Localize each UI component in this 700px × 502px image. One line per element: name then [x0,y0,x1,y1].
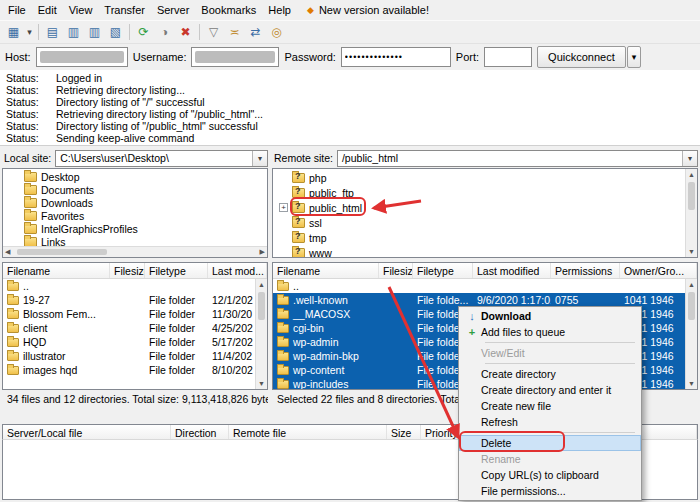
context-menu-create-new-file[interactable]: Create new file [459,398,641,414]
local-path-combo[interactable]: C:\Users\user\Desktop\ ▾ [55,150,268,167]
column-filesize[interactable]: Filesize [379,263,413,278]
local-tree-item[interactable]: Desktop [3,170,267,183]
chevron-down-icon[interactable]: ▾ [252,151,267,166]
remote-tree-item[interactable]: ? php [273,170,697,185]
scrollbar-thumb[interactable] [17,249,107,255]
folder-icon [277,338,289,347]
username-input[interactable] [191,47,279,67]
find-files-icon[interactable]: ◎ [266,22,287,42]
menu-file[interactable]: File [2,1,32,19]
remote-tree-item[interactable]: + ? public_html [273,200,697,215]
scroll-left-icon[interactable]: ◀ [5,248,10,256]
column-last-modified[interactable]: Last mod... [208,263,267,278]
remote-tree-item[interactable]: ? public_ftp [273,185,697,200]
context-menu-file-permissions[interactable]: File permissions... [459,483,641,499]
scroll-up-icon[interactable]: ▲ [688,171,695,178]
local-file-row[interactable]: illustrator File folder 11/4/202 [3,349,267,363]
scrollbar-thumb[interactable] [688,182,695,210]
scroll-right-icon[interactable]: ▶ [260,248,265,256]
local-tree-item[interactable]: Documents [3,183,267,196]
directory-comparison-icon[interactable]: ≍ [224,22,245,42]
log-status-label: Status: [6,132,56,144]
vertical-scrollbar[interactable]: ▲ ▼ [685,279,697,389]
host-input[interactable] [36,47,128,67]
context-menu-refresh[interactable]: Refresh [459,414,641,430]
remote-path-combo[interactable]: /public_html ▾ [337,150,698,167]
remote-tree-item[interactable]: ? www [273,245,697,258]
context-menu-delete[interactable]: Delete [459,435,641,451]
cancel-icon[interactable]: ✖ [175,22,196,42]
column-filename[interactable]: Filename [273,263,379,278]
toggle-remote-tree-icon[interactable]: ▥ [84,22,105,42]
scroll-down-icon[interactable]: ▼ [258,380,265,387]
column-filetype[interactable]: Filetype [145,263,208,278]
menu-help[interactable]: Help [262,1,297,19]
scroll-up-icon[interactable]: ▲ [688,281,695,288]
column-owner-group[interactable]: Owner/Gro... [620,263,697,278]
remote-tree-item[interactable]: ? tmp [273,230,697,245]
scroll-up-icon[interactable]: ▲ [258,281,265,288]
local-file-row[interactable]: HQD File folder 5/17/202 [3,335,267,349]
remote-tree-item[interactable]: ? ssl [273,215,697,230]
context-menu-download[interactable]: ↓ Download [459,308,641,324]
local-file-row[interactable]: client File folder 4/25/202 [3,321,267,335]
column-direction[interactable]: Direction [171,425,229,439]
toggle-message-log-icon[interactable]: ▤ [42,22,63,42]
column-size[interactable]: Size [387,425,421,439]
local-file-row[interactable]: .. [3,279,267,293]
local-file-row[interactable]: Blossom Fem... File folder 11/30/20 [3,307,267,321]
local-file-row[interactable]: 19-27 File folder 12/1/202 [3,293,267,307]
local-tree-item[interactable]: Downloads [3,196,267,209]
local-tree-item[interactable]: Favorites [3,209,267,222]
port-label: Port: [456,51,479,63]
refresh-icon[interactable]: ⟳ [133,22,154,42]
menu-transfer[interactable]: Transfer [98,1,151,19]
log-line: Status: Retrieving directory listing... [6,84,700,96]
log-line: Status: Directory listing of "/" success… [6,96,700,108]
column-filetype[interactable]: Filetype [413,263,473,278]
port-input[interactable] [484,47,532,67]
context-menu-create-directory-and-enter[interactable]: Create directory and enter it [459,382,641,398]
chevron-down-icon[interactable]: ▾ [682,151,697,166]
quickconnect-button[interactable]: Quickconnect [537,46,626,68]
message-log: Status: Logged in Status: Retrieving dir… [0,70,700,146]
process-queue-icon[interactable]: ◑ [154,22,175,42]
remote-file-row[interactable]: .. [273,279,697,293]
local-file-list: Filename Filesize Filetype Last mod... .… [2,262,268,390]
quickconnect-dropdown[interactable]: ▾ [627,46,642,68]
column-filesize[interactable]: Filesize [110,263,145,278]
local-tree-item[interactable]: IntelGraphicsProfiles [3,222,267,235]
column-last-modified[interactable]: Last modified [473,263,551,278]
scrollbar-thumb[interactable] [258,292,265,320]
file-size [110,307,145,321]
scroll-down-icon[interactable]: ▼ [688,248,695,255]
menu-bookmarks[interactable]: Bookmarks [195,1,262,19]
scroll-down-icon[interactable]: ▼ [688,380,695,387]
vertical-scrollbar[interactable]: ▲ ▼ [255,279,267,389]
column-filename[interactable]: Filename [3,263,110,278]
menu-view[interactable]: View [63,1,99,19]
scrollbar-thumb[interactable] [688,292,695,320]
remote-file-row[interactable]: .well-known File folde... 9/6/2020 1:17:… [273,293,697,307]
context-menu-copy-urls[interactable]: Copy URL(s) to clipboard [459,467,641,483]
new-version-notice[interactable]: New version available! [317,1,431,19]
menu-server[interactable]: Server [151,1,195,19]
filter-icon[interactable]: ▽ [203,22,224,42]
context-menu-add-files-to-queue[interactable]: + Add files to queue [459,324,641,340]
horizontal-scrollbar[interactable]: ◀ ▶ [3,246,267,257]
password-input[interactable]: •••••••••••••• [341,47,451,67]
synchronized-browsing-icon[interactable]: ⇄ [245,22,266,42]
column-server-local-file[interactable]: Server/Local file [3,425,171,439]
toggle-local-tree-icon[interactable]: ▥ [63,22,84,42]
local-file-row[interactable]: images hqd File folder 8/10/202 [3,363,267,377]
site-manager-icon[interactable]: ▦ [3,22,24,42]
toggle-transfer-queue-icon[interactable]: ▧ [105,22,126,42]
tree-expander-icon[interactable]: + [279,203,288,212]
menu-separator [485,340,639,345]
site-manager-dropdown-icon[interactable]: ▾ [24,22,35,42]
context-menu-create-directory[interactable]: Create directory [459,366,641,382]
column-remote-file[interactable]: Remote file [229,425,387,439]
menu-edit[interactable]: Edit [32,1,63,19]
column-permissions[interactable]: Permissions [551,263,620,278]
vertical-scrollbar[interactable]: ▲ ▼ [685,169,697,257]
